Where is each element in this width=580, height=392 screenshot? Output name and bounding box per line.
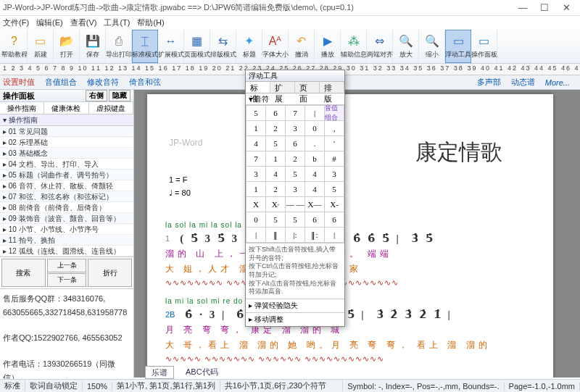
palette-key[interactable]: 6 [305,212,324,227]
guide-item[interactable]: ▸ 03 基础概念 [0,148,133,159]
guide-item[interactable]: ▸ 10 小节、小节线、小节序号 [0,224,133,235]
palette-key[interactable]: | [246,228,265,242]
guide-item[interactable]: ▸ 12 弧线（连线、圆滑线、连音线） [0,246,133,257]
palette-key[interactable]: 3 [286,182,304,196]
palette-key[interactable]: # [325,151,344,166]
toolbar-帮助教程[interactable]: ?帮助教程 [1,30,28,63]
palette-key[interactable]: b [305,151,324,166]
palette-key[interactable]: 2 [286,151,304,166]
palette-key[interactable]: |: [286,228,304,242]
menu-file[interactable]: 文件(F) [3,17,29,28]
menu-tools[interactable]: 工具(T) [104,17,130,28]
palette-key[interactable]: . [305,136,324,151]
toolbar-缩小[interactable]: 🔍缩小 [419,30,445,63]
toolbar-撤消[interactable]: ↶撤消 [289,30,315,63]
palette-key[interactable]: 3 [286,121,304,135]
guide-item[interactable]: ▸ 08 前倚音（前倚音、后倚音） [0,202,133,213]
palette-key[interactable]: 5 [286,212,304,227]
palette-key[interactable]: ' [325,136,344,151]
search-button[interactable]: 搜索 [1,259,46,287]
float-tab-layout[interactable]: 排版 [320,82,344,93]
document-canvas[interactable]: JP-Word 康定情歌 1 = F ♩ = 80 la sol la mi l… [134,90,580,378]
panel-tab-health[interactable]: 健康体检 [44,102,88,114]
guide-item[interactable]: ▸ 05 标题（词曲作者、调号拍号） [0,170,133,180]
toolbar-页面模式[interactable]: ▦页面模式 [184,30,210,63]
close-button[interactable]: ✕ [555,2,577,13]
toolbar-辅助信息[interactable]: ⁂辅助信息 [341,30,367,63]
float-title[interactable]: 浮动工具 [246,70,344,82]
panel-hide-button[interactable]: 隐藏 [109,90,130,101]
panel-tab-keyboard[interactable]: 虚拟键盘 [89,102,133,114]
toolbar-保存[interactable]: 💾保存 [80,30,106,63]
maximize-button[interactable]: ☐ [534,2,555,13]
guide-item[interactable]: ▸ 01 常见问题 [0,126,133,137]
tab-multipart[interactable]: 多声部 [477,77,501,88]
palette-key[interactable]: X· [266,197,285,212]
palette-key[interactable]: , [325,121,344,135]
palette-key[interactable]: 6 [325,212,344,227]
toolbar-新建[interactable]: ▭新建 [28,30,54,63]
tab-set-duration[interactable]: 设置时值 [3,77,35,88]
float-section-spring[interactable]: ▸ 弹簧经验隐失 [246,299,344,312]
panel-section-guide[interactable]: ▾ 操作指南 [0,114,133,126]
palette-key[interactable]: 6 [266,106,285,120]
palette-key[interactable]: 4 [305,167,324,181]
palette-key[interactable]: 7 [246,151,265,166]
toolbar-导出打印[interactable]: ⎙导出打印 [106,30,132,63]
palette-key[interactable]: ‖ [266,228,285,242]
minimize-button[interactable]: — [512,2,534,13]
palette-key[interactable]: 3 [246,167,265,181]
toolbar-操作面板[interactable]: ▭操作面板 [471,30,497,63]
palette-key[interactable]: 2 [266,121,285,135]
toolbar-标题[interactable]: ✦标题 [236,30,262,63]
toolbar-扩展模式[interactable]: ↔扩展模式 [158,30,184,63]
tab-dynamic[interactable]: 动态谱 [511,77,535,88]
float-tab-page[interactable]: 页面 [295,82,320,93]
palette-key[interactable]: 5 [325,182,344,196]
guide-item[interactable]: ▸ 02 乐理基础 [0,137,133,148]
toolbar-浮动工具[interactable]: ▭浮动工具 [445,30,471,63]
palette-key[interactable]: — — [286,197,304,212]
menu-help[interactable]: 帮助(H) [137,17,164,28]
palette-key[interactable]: X- [325,197,344,212]
tab-grace-chord[interactable]: 倚音和弦 [129,77,161,88]
toolbar-两端对齐[interactable]: ⇔两端对齐 [367,30,393,63]
palette-key[interactable]: 7 [286,106,304,120]
toolbar-打开[interactable]: 📂打开 [54,30,80,63]
palette-key[interactable]: 2 [266,182,285,196]
toolbar-排版模式[interactable]: ⇆排版模式 [210,30,236,63]
palette-key[interactable]: 5 [266,136,285,151]
prev-button[interactable]: 上一条 [47,259,87,272]
next-button[interactable]: 下一条 [47,273,87,287]
palette-key[interactable]: 0 [305,121,324,135]
tab-value-combo[interactable]: 音值组合 [45,77,77,88]
palette-key[interactable]: 4 [266,167,285,181]
float-tab-standard[interactable]: 标准 [246,82,270,93]
wrap-button[interactable]: 折行 [88,259,132,287]
palette-key[interactable]: ‖: [305,228,324,242]
float-tab-extend[interactable]: 扩展 [270,82,295,93]
palette-key[interactable]: 0 [246,212,265,227]
guide-item[interactable]: ▸ 11 拍号、换拍 [0,235,133,246]
palette-key[interactable]: 3 [325,167,344,181]
toolbar-标准模式[interactable]: ⌶标准模式 [132,30,158,63]
float-section-move[interactable]: ▸ 移动调整 [246,312,344,326]
palette-key[interactable]: 4 [246,136,265,151]
tab-more[interactable]: More... [545,78,570,87]
panel-dock-right-button[interactable]: 右侧 [86,90,107,101]
palette-key[interactable]: 5 [266,212,285,227]
palette-key[interactable]: 音值组合 [325,106,344,120]
toolbar-放大[interactable]: 🔍放大 [393,30,419,63]
tab-edit-note[interactable]: 修改音符 [87,77,119,88]
palette-key[interactable]: X [246,197,265,212]
menu-edit[interactable]: 编辑(E) [36,17,63,28]
guide-item[interactable]: ▸ 06 音符、休止符、散板、倚颤轻 [0,180,133,191]
guide-item[interactable]: ▸ 04 文档、导出、打印、导入 [0,159,133,170]
palette-key[interactable]: | [305,106,324,120]
guide-item[interactable]: ▸ 09 装饰音（波音、颤音、回音等） [0,213,133,224]
palette-key[interactable]: 5 [246,106,265,120]
palette-key[interactable]: X— [305,197,324,212]
palette-key[interactable]: | [325,228,344,242]
palette-key[interactable]: 1 [266,151,285,166]
palette-key[interactable]: 1 [246,182,265,196]
